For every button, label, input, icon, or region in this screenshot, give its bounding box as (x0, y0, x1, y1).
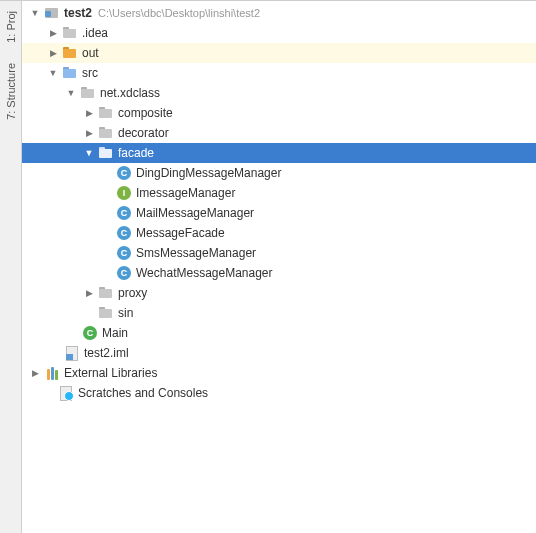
class-icon: C (83, 326, 97, 340)
arrow-placeholder (100, 266, 114, 280)
tab-structure-label: 7: Structure (5, 63, 17, 120)
class-icon: C (117, 166, 131, 180)
tree-item-label: ImessageManager (136, 186, 235, 200)
chevron-down-icon[interactable]: ▼ (46, 66, 60, 80)
arrow-placeholder (82, 306, 96, 320)
tree-item-mf[interactable]: CMessageFacade (22, 223, 536, 243)
module-file-icon (64, 345, 80, 361)
tree-item-out[interactable]: ▶out (22, 43, 536, 63)
tree-item-mail[interactable]: CMailMessageManager (22, 203, 536, 223)
tree-item-pkg[interactable]: ▼net.xdclass (22, 83, 536, 103)
tree-item-label: out (82, 46, 99, 60)
chevron-right-icon[interactable]: ▶ (46, 26, 60, 40)
arrow-placeholder (42, 386, 56, 400)
tree-item-sms[interactable]: CSmsMessageManager (22, 243, 536, 263)
class-icon: C (117, 226, 131, 240)
tree-item-label: DingDingMessageManager (136, 166, 281, 180)
tree-item-label: test2 (64, 6, 92, 20)
chevron-down-icon[interactable]: ▼ (82, 146, 96, 160)
folder-icon (98, 125, 114, 141)
libraries-icon (44, 366, 60, 380)
folder-icon (98, 105, 114, 121)
tree-item-label: Scratches and Consoles (78, 386, 208, 400)
tree-item-composite[interactable]: ▶composite (22, 103, 536, 123)
tree-item-iml[interactable]: test2.iml (22, 343, 536, 363)
folder-icon (62, 65, 78, 81)
interface-icon: I (117, 186, 131, 200)
tree-item-dd[interactable]: CDingDingMessageManager (22, 163, 536, 183)
tree-item-wechat[interactable]: CWechatMessageManager (22, 263, 536, 283)
tree-item-decorator[interactable]: ▶decorator (22, 123, 536, 143)
chevron-down-icon[interactable]: ▼ (64, 86, 78, 100)
arrow-placeholder (100, 206, 114, 220)
tree-item-sin[interactable]: sin (22, 303, 536, 323)
tree-item-label: composite (118, 106, 173, 120)
arrow-placeholder (100, 226, 114, 240)
class-icon: C (117, 266, 131, 280)
tree-item-main[interactable]: CMain (22, 323, 536, 343)
arrow-placeholder (66, 326, 80, 340)
tree-item-ext[interactable]: ▶External Libraries (22, 363, 536, 383)
tree-item-label: MailMessageManager (136, 206, 254, 220)
folder-icon (80, 85, 96, 101)
tab-structure[interactable]: 7: Structure (3, 57, 19, 126)
tree-item-label: src (82, 66, 98, 80)
tree-item-label: net.xdclass (100, 86, 160, 100)
chevron-right-icon[interactable]: ▶ (82, 126, 96, 140)
tree-item-label: MessageFacade (136, 226, 225, 240)
tree-item-label: Main (102, 326, 128, 340)
tree-item-facade[interactable]: ▼facade (22, 143, 536, 163)
folder-icon (62, 25, 78, 41)
tree-item-root[interactable]: ▼test2C:\Users\dbc\Desktop\linshi\test2 (22, 3, 536, 23)
tab-project[interactable]: 1: Proj (3, 5, 19, 49)
tree-item-label: SmsMessageManager (136, 246, 256, 260)
chevron-right-icon[interactable]: ▶ (46, 46, 60, 60)
tree-item-hint: C:\Users\dbc\Desktop\linshi\test2 (98, 7, 260, 19)
tree-item-im[interactable]: IImessageManager (22, 183, 536, 203)
project-root-icon (44, 5, 60, 21)
tree-item-label: test2.iml (84, 346, 129, 360)
tree-item-label: sin (118, 306, 133, 320)
arrow-placeholder (48, 346, 62, 360)
folder-icon (98, 285, 114, 301)
class-icon: C (117, 246, 131, 260)
tree-item-scratch[interactable]: Scratches and Consoles (22, 383, 536, 403)
tree-item-label: decorator (118, 126, 169, 140)
arrow-placeholder (100, 246, 114, 260)
project-tree[interactable]: ▼test2C:\Users\dbc\Desktop\linshi\test2▶… (22, 1, 536, 533)
class-icon: C (117, 206, 131, 220)
tree-item-src[interactable]: ▼src (22, 63, 536, 83)
chevron-right-icon[interactable]: ▶ (82, 106, 96, 120)
scratches-icon (58, 385, 74, 401)
tree-item-proxy[interactable]: ▶proxy (22, 283, 536, 303)
chevron-right-icon[interactable]: ▶ (82, 286, 96, 300)
tool-window-tabs: 1: Proj 7: Structure (0, 1, 22, 533)
tree-item-label: facade (118, 146, 154, 160)
folder-icon (98, 305, 114, 321)
tree-item-idea[interactable]: ▶.idea (22, 23, 536, 43)
tab-project-label: 1: Proj (5, 11, 17, 43)
arrow-placeholder (100, 166, 114, 180)
chevron-down-icon[interactable]: ▼ (28, 6, 42, 20)
folder-icon (98, 145, 114, 161)
chevron-right-icon[interactable]: ▶ (28, 366, 42, 380)
folder-icon (62, 45, 78, 61)
tree-item-label: External Libraries (64, 366, 157, 380)
tree-item-label: proxy (118, 286, 147, 300)
tree-item-label: .idea (82, 26, 108, 40)
arrow-placeholder (100, 186, 114, 200)
tree-item-label: WechatMessageManager (136, 266, 273, 280)
